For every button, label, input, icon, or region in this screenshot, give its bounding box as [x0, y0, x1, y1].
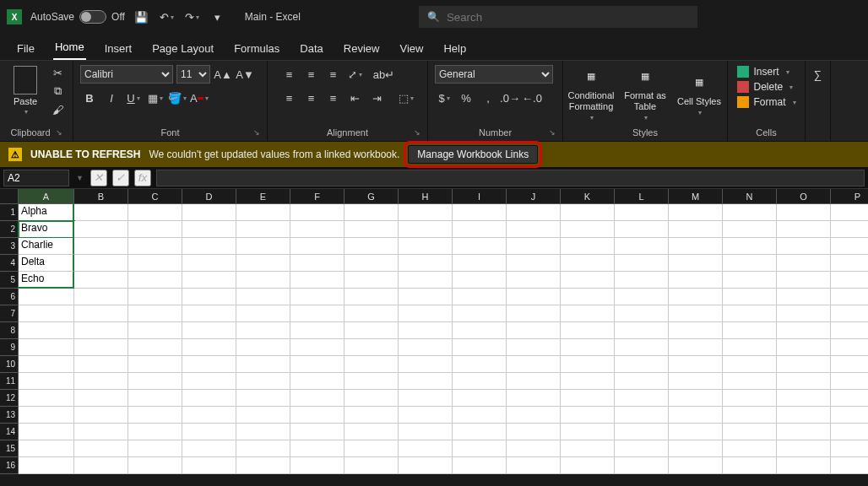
cell[interactable]: Charlie	[19, 238, 74, 255]
cell[interactable]	[777, 238, 831, 255]
font-size-select[interactable]: 11	[176, 65, 210, 84]
cell[interactable]	[777, 390, 831, 407]
font-name-select[interactable]: Calibri	[80, 65, 173, 84]
cell[interactable]	[507, 322, 561, 339]
name-box[interactable]	[3, 170, 69, 186]
column-header[interactable]: E	[236, 189, 290, 204]
cell[interactable]	[128, 255, 182, 272]
row-header[interactable]: 15	[0, 440, 19, 457]
cell[interactable]	[507, 424, 561, 440]
tab-page-layout[interactable]: Page Layout	[150, 42, 215, 60]
cell[interactable]	[19, 339, 74, 356]
cell[interactable]	[74, 407, 128, 424]
cell[interactable]	[615, 424, 669, 440]
save-icon[interactable]: 💾	[133, 8, 150, 25]
decrease-decimal-icon[interactable]: ←.0	[523, 89, 541, 107]
cell[interactable]	[19, 305, 74, 322]
column-header[interactable]: M	[669, 189, 723, 204]
cell[interactable]	[777, 373, 831, 390]
cell[interactable]	[74, 440, 128, 457]
cell[interactable]	[128, 238, 182, 255]
cell[interactable]	[669, 221, 723, 238]
cell[interactable]	[507, 221, 561, 238]
currency-icon[interactable]: $	[435, 89, 453, 107]
cell[interactable]	[19, 373, 74, 390]
cell[interactable]	[615, 322, 669, 339]
font-launcher-icon[interactable]: ↘	[253, 128, 260, 137]
tab-home[interactable]: Home	[53, 40, 86, 60]
cell[interactable]	[399, 305, 453, 322]
font-color-icon[interactable]: A	[190, 89, 209, 107]
cell[interactable]	[561, 255, 615, 272]
format-as-table-button[interactable]: ▦ Format as Table	[620, 65, 670, 122]
row-header[interactable]: 2	[0, 221, 19, 238]
format-painter-icon[interactable]: 🖌	[49, 102, 66, 117]
cell[interactable]	[344, 305, 399, 322]
cell[interactable]	[236, 322, 290, 339]
italic-button[interactable]: I	[102, 89, 121, 107]
cell[interactable]	[344, 457, 399, 474]
cell[interactable]	[669, 339, 723, 356]
cell[interactable]	[128, 272, 182, 289]
cell[interactable]	[777, 289, 831, 305]
cell[interactable]	[344, 407, 399, 424]
row-header[interactable]: 11	[0, 373, 19, 390]
column-header[interactable]: L	[615, 189, 669, 204]
number-launcher-icon[interactable]: ↘	[549, 128, 556, 137]
cell[interactable]	[74, 238, 128, 255]
cell[interactable]	[290, 440, 344, 457]
cell[interactable]	[399, 255, 453, 272]
align-bottom-icon[interactable]: ≡	[324, 65, 343, 84]
cell[interactable]	[615, 305, 669, 322]
cell[interactable]	[507, 289, 561, 305]
cell[interactable]	[182, 390, 236, 407]
cell[interactable]: Bravo	[19, 221, 74, 238]
cell[interactable]	[831, 424, 868, 440]
cell[interactable]	[290, 457, 344, 474]
select-all-corner[interactable]	[0, 189, 19, 204]
cell[interactable]	[236, 305, 290, 322]
cell[interactable]	[561, 272, 615, 289]
cell[interactable]	[561, 424, 615, 440]
orientation-icon[interactable]: ⤢	[346, 65, 365, 84]
cell[interactable]	[561, 356, 615, 373]
cell[interactable]	[453, 238, 507, 255]
search-box[interactable]: 🔍	[419, 6, 697, 28]
cell[interactable]	[507, 339, 561, 356]
row-header[interactable]: 10	[0, 356, 19, 373]
cell[interactable]	[615, 407, 669, 424]
cell[interactable]	[777, 221, 831, 238]
cell[interactable]	[723, 289, 777, 305]
row-header[interactable]: 8	[0, 322, 19, 339]
cell[interactable]	[561, 407, 615, 424]
column-header[interactable]: J	[507, 189, 561, 204]
copy-icon[interactable]: ⧉	[49, 84, 66, 99]
cell[interactable]	[777, 407, 831, 424]
cell[interactable]	[831, 322, 868, 339]
cell[interactable]	[399, 356, 453, 373]
cell[interactable]	[507, 356, 561, 373]
cell[interactable]	[831, 238, 868, 255]
cell[interactable]	[723, 440, 777, 457]
cell[interactable]: Delta	[19, 255, 74, 272]
cell[interactable]	[777, 204, 831, 221]
format-cells-button[interactable]: Format	[734, 95, 800, 109]
cell[interactable]	[19, 457, 74, 474]
cell[interactable]	[453, 221, 507, 238]
cell[interactable]	[236, 255, 290, 272]
cell[interactable]	[182, 255, 236, 272]
cell[interactable]	[723, 373, 777, 390]
cell[interactable]	[831, 407, 868, 424]
cell[interactable]	[182, 305, 236, 322]
cancel-formula-icon[interactable]: ✕	[90, 170, 107, 186]
cell[interactable]	[290, 407, 344, 424]
qat-overflow-icon[interactable]: ▾	[209, 8, 226, 25]
search-input[interactable]	[447, 11, 689, 24]
cell[interactable]	[669, 424, 723, 440]
conditional-formatting-button[interactable]: ▦ Conditional Formatting	[566, 65, 616, 122]
cell[interactable]	[290, 289, 344, 305]
cell[interactable]	[344, 322, 399, 339]
fill-color-icon[interactable]: 🪣	[168, 89, 187, 107]
cell[interactable]	[399, 272, 453, 289]
cell[interactable]	[344, 339, 399, 356]
